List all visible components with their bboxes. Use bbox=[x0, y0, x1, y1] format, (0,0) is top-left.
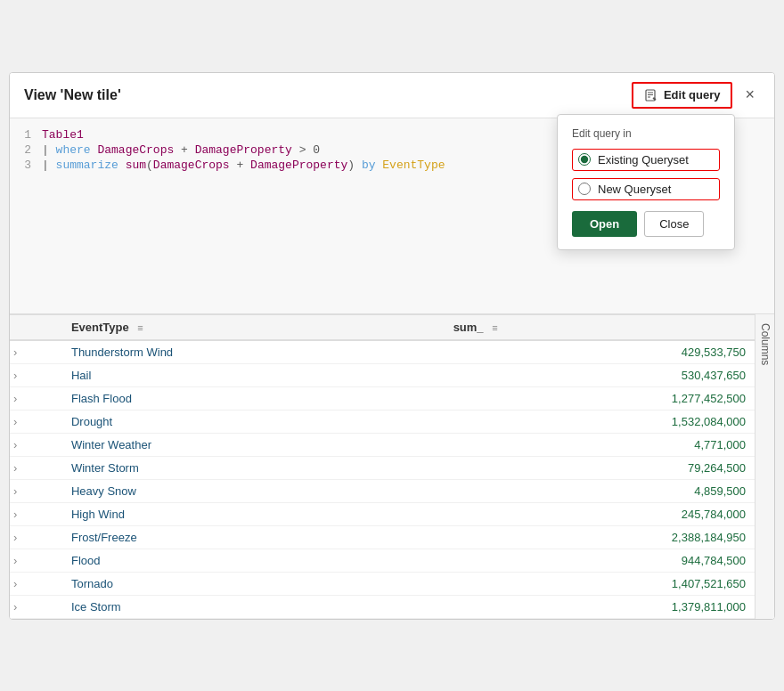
row-event-7: High Wind bbox=[62, 502, 445, 525]
row-expand-5[interactable]: › bbox=[10, 456, 62, 479]
table-row: › Ice Storm 1,379,811,000 bbox=[10, 595, 755, 618]
row-event-9: Flood bbox=[62, 549, 445, 572]
eventtype-header[interactable]: EventType ≡ bbox=[62, 314, 445, 340]
popup-actions: Open Close bbox=[572, 211, 720, 237]
sum-sort-icon[interactable]: ≡ bbox=[492, 322, 497, 333]
table-row: › Thunderstorm Wind 429,533,750 bbox=[10, 340, 755, 364]
row-sum-2: 1,277,452,500 bbox=[445, 386, 755, 410]
line-number-2: 2 bbox=[10, 143, 42, 157]
row-event-6: Heavy Snow bbox=[62, 479, 445, 502]
row-event-10: Tornado bbox=[62, 572, 445, 595]
row-event-11: Ice Storm bbox=[62, 595, 445, 618]
eventtype-sort-icon[interactable]: ≡ bbox=[137, 322, 143, 333]
table-scroll[interactable]: EventType ≡ sum_ ≡ › Thunderstorm Wind 4… bbox=[10, 314, 755, 619]
code-content-1: Table1 bbox=[42, 128, 84, 142]
table-row: › Flood 944,784,500 bbox=[10, 549, 755, 572]
row-expand-7[interactable]: › bbox=[10, 502, 62, 525]
table-row: › Drought 1,532,084,000 bbox=[10, 410, 755, 433]
row-expand-1[interactable]: › bbox=[10, 363, 62, 386]
row-event-2: Flash Flood bbox=[62, 386, 445, 410]
row-sum-9: 944,784,500 bbox=[445, 549, 755, 572]
code-content-2: | where DamageCrops + DamageProperty > 0 bbox=[42, 143, 320, 157]
row-sum-5: 79,264,500 bbox=[445, 456, 755, 479]
row-event-4: Winter Weather bbox=[62, 433, 445, 456]
table-row: › High Wind 245,784,000 bbox=[10, 502, 755, 525]
line-number-3: 3 bbox=[10, 159, 42, 172]
data-table-container: EventType ≡ sum_ ≡ › Thunderstorm Wind 4… bbox=[10, 314, 774, 619]
new-queryset-option[interactable]: New Queryset bbox=[572, 178, 720, 200]
row-event-5: Winter Storm bbox=[62, 456, 445, 479]
table-row: › Winter Storm 79,264,500 bbox=[10, 456, 755, 479]
row-expand-6[interactable]: › bbox=[10, 479, 62, 502]
header: View 'New tile' Edit query × Edit query … bbox=[10, 73, 774, 118]
row-sum-6: 4,859,500 bbox=[445, 479, 755, 502]
table-row: › Tornado 1,407,521,650 bbox=[10, 572, 755, 595]
page-title: View 'New tile' bbox=[24, 87, 121, 103]
row-expand-10[interactable]: › bbox=[10, 572, 62, 595]
table-row: › Flash Flood 1,277,452,500 bbox=[10, 386, 755, 410]
row-expand-8[interactable]: › bbox=[10, 525, 62, 549]
close-button[interactable]: × bbox=[739, 84, 760, 106]
line-number-1: 1 bbox=[10, 128, 42, 142]
row-expand-11[interactable]: › bbox=[10, 595, 62, 618]
popup-label: Edit query in bbox=[572, 127, 720, 140]
row-expand-4[interactable]: › bbox=[10, 433, 62, 456]
table-header-row: EventType ≡ sum_ ≡ bbox=[10, 314, 755, 340]
row-event-3: Drought bbox=[62, 410, 445, 433]
table-wrapper: EventType ≡ sum_ ≡ › Thunderstorm Wind 4… bbox=[10, 314, 774, 619]
row-event-0: Thunderstorm Wind bbox=[62, 340, 445, 364]
columns-tab[interactable]: Columns bbox=[755, 314, 774, 619]
sum-header[interactable]: sum_ ≡ bbox=[445, 314, 755, 340]
row-sum-10: 1,407,521,650 bbox=[445, 572, 755, 595]
open-button[interactable]: Open bbox=[572, 211, 637, 237]
existing-queryset-option[interactable]: Existing Queryset bbox=[572, 149, 720, 171]
table-row: › Hail 530,437,650 bbox=[10, 363, 755, 386]
row-event-8: Frost/Freeze bbox=[62, 525, 445, 549]
table-row: › Winter Weather 4,771,000 bbox=[10, 433, 755, 456]
edit-icon bbox=[644, 88, 658, 102]
row-sum-11: 1,379,811,000 bbox=[445, 595, 755, 618]
row-sum-0: 429,533,750 bbox=[445, 340, 755, 364]
row-expand-0[interactable]: › bbox=[10, 340, 62, 364]
row-sum-7: 245,784,000 bbox=[445, 502, 755, 525]
data-table: EventType ≡ sum_ ≡ › Thunderstorm Wind 4… bbox=[10, 314, 755, 619]
edit-query-button[interactable]: Edit query bbox=[632, 82, 733, 109]
row-sum-3: 1,532,084,000 bbox=[445, 410, 755, 433]
code-content-3: | summarize sum(DamageCrops + DamageProp… bbox=[42, 159, 445, 172]
row-sum-1: 530,437,650 bbox=[445, 363, 755, 386]
main-panel: View 'New tile' Edit query × Edit query … bbox=[9, 72, 775, 620]
popup-close-button[interactable]: Close bbox=[644, 211, 704, 237]
table-row: › Frost/Freeze 2,388,184,950 bbox=[10, 525, 755, 549]
header-actions: Edit query × Edit query in Existing Quer… bbox=[632, 82, 760, 109]
new-queryset-radio[interactable] bbox=[578, 183, 591, 195]
existing-queryset-radio[interactable] bbox=[578, 153, 591, 166]
expand-header bbox=[10, 314, 62, 340]
row-sum-4: 4,771,000 bbox=[445, 433, 755, 456]
row-expand-2[interactable]: › bbox=[10, 386, 62, 410]
table-row: › Heavy Snow 4,859,500 bbox=[10, 479, 755, 502]
row-sum-8: 2,388,184,950 bbox=[445, 525, 755, 549]
row-expand-3[interactable]: › bbox=[10, 410, 62, 433]
edit-query-popup: Edit query in Existing Queryset New Quer… bbox=[557, 114, 735, 250]
row-event-1: Hail bbox=[62, 363, 445, 386]
row-expand-9[interactable]: › bbox=[10, 549, 62, 572]
